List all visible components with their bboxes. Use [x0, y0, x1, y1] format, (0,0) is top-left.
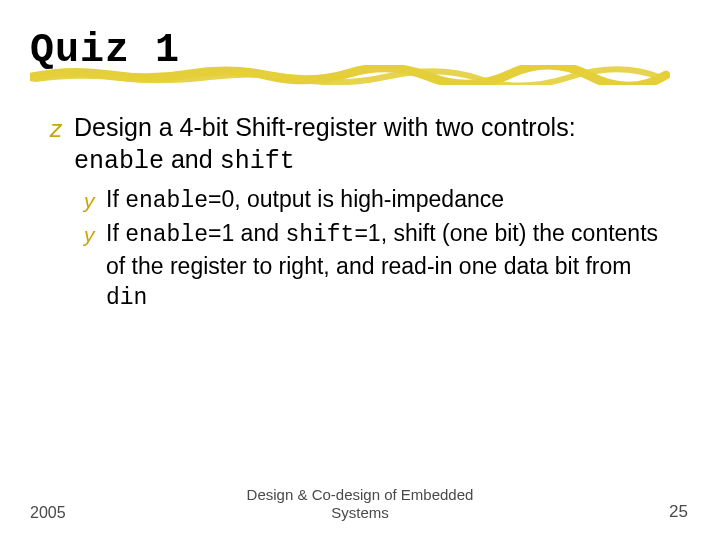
- bullet-glyph-l2: y: [84, 221, 95, 249]
- sub-bullets: y If enable=0, output is high-impedance …: [50, 184, 662, 313]
- title-underline: [30, 65, 670, 85]
- scribble-icon: [30, 65, 670, 85]
- bullet-level2: y If enable=0, output is high-impedance: [84, 184, 662, 216]
- bullet-glyph-l1: z: [50, 114, 62, 145]
- body-text: =0, output is high-impedance: [208, 186, 504, 212]
- body-text: If: [106, 220, 125, 246]
- footer-right: 25: [669, 502, 688, 522]
- code-text: shift: [285, 222, 354, 248]
- code-text: din: [106, 285, 147, 311]
- slide-footer: 2005 Design & Co-design of Embedded Syst…: [0, 482, 720, 522]
- title-block: Quiz 1: [30, 28, 670, 73]
- bullet-glyph-l2: y: [84, 187, 95, 215]
- footer-center: Design & Co-design of Embedded Systems: [0, 486, 720, 522]
- code-text: enable: [125, 188, 208, 214]
- body-text: =1 and: [208, 220, 285, 246]
- body-text: If: [106, 186, 125, 212]
- body-text: and: [164, 145, 220, 173]
- slide: Quiz 1 z Design a 4-bit Shift-register w…: [0, 0, 720, 540]
- footer-center-line2: Systems: [331, 504, 389, 521]
- bullet-level2: y If enable=1 and shift=1, shift (one bi…: [84, 218, 662, 313]
- code-text: shift: [220, 147, 295, 176]
- bullet-level1: z Design a 4-bit Shift-register with two…: [50, 111, 662, 178]
- slide-body: z Design a 4-bit Shift-register with two…: [30, 101, 670, 313]
- code-text: enable: [74, 147, 164, 176]
- footer-center-line1: Design & Co-design of Embedded: [247, 486, 474, 503]
- code-text: enable: [125, 222, 208, 248]
- body-text: Design a 4-bit Shift-register with two c…: [74, 113, 576, 141]
